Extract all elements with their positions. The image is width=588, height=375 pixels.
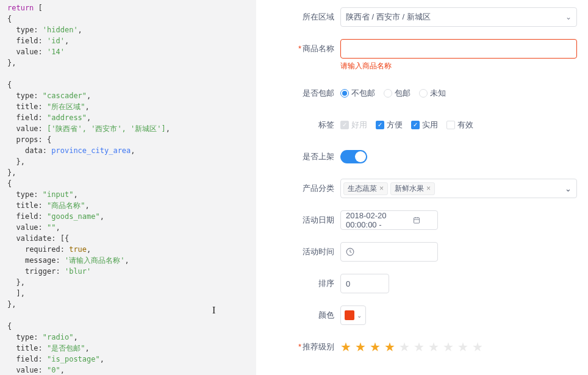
star-icon[interactable]: ★ (340, 337, 351, 357)
star-icon[interactable]: ★ (384, 337, 395, 357)
activity-date-input[interactable]: 2018-02-20 00:00:00 - (340, 210, 438, 230)
checkbox-convenient[interactable]: 方便 (376, 120, 403, 130)
chevron-down-icon: ⌄ (565, 13, 572, 21)
goods-name-input[interactable] (340, 39, 577, 59)
region-cascader[interactable]: 陕西省 / 西安市 / 新城区 ⌄ (340, 7, 577, 27)
label-postage: 是否包邮 (267, 84, 340, 103)
label-activity-time: 活动时间 (267, 242, 340, 262)
clock-icon (346, 248, 354, 256)
onshelf-switch[interactable] (340, 150, 367, 163)
star-icon[interactable]: ★ (414, 337, 425, 357)
text-cursor: I (212, 305, 215, 316)
star-icon[interactable]: ★ (399, 337, 410, 357)
label-category: 产品分类 (267, 179, 340, 198)
chevron-down-icon: ⌄ (565, 184, 572, 193)
rating-stars[interactable]: ★ ★ ★ ★ ★ ★ ★ ★ ★ ★ (340, 337, 577, 357)
label-sort: 排序 (267, 274, 340, 293)
label-region: 所在区域 (267, 7, 340, 27)
star-icon[interactable]: ★ (457, 337, 468, 357)
activity-time-input[interactable] (340, 242, 438, 262)
label-onshelf: 是否上架 (267, 147, 340, 166)
star-icon[interactable]: ★ (428, 337, 439, 357)
checkbox-good: 好用 (340, 120, 367, 130)
star-icon[interactable]: ★ (355, 337, 366, 357)
star-icon[interactable]: ★ (472, 337, 483, 357)
label-tags: 标签 (267, 115, 340, 135)
close-icon[interactable]: × (426, 184, 431, 193)
checkbox-effective[interactable]: 有效 (446, 120, 473, 130)
checkbox-practical[interactable]: 实用 (411, 120, 438, 130)
close-icon[interactable]: × (379, 184, 384, 193)
radio-no-postage[interactable]: 不包邮 (340, 88, 375, 99)
radio-unknown[interactable]: 未知 (419, 88, 446, 99)
label-color: 颜色 (267, 305, 340, 325)
chevron-down-icon: ⌄ (357, 312, 362, 319)
category-select[interactable]: 生态蔬菜× 新鲜水果× ⌄ (340, 179, 577, 198)
calendar-icon (413, 216, 420, 224)
goods-name-error: 请输入商品名称 (340, 61, 577, 71)
star-icon[interactable]: ★ (370, 337, 381, 357)
tag-category-0: 生态蔬菜× (343, 182, 388, 195)
label-rating: *推荐级别 (267, 337, 340, 357)
color-swatch (345, 310, 354, 320)
label-goods-name: *商品名称 (267, 39, 340, 59)
radio-postage[interactable]: 包邮 (384, 88, 411, 99)
svg-rect-0 (414, 218, 420, 223)
color-picker[interactable]: ⌄ (340, 305, 366, 325)
code-editor[interactable]: return [ { type: 'hidden', field: 'id', … (0, 0, 256, 375)
label-activity-date: 活动日期 (267, 210, 340, 230)
star-icon[interactable]: ★ (443, 337, 454, 357)
form-preview: 所在区域 陕西省 / 西安市 / 新城区 ⌄ *商品名称 请输入商品名称 是否包… (256, 0, 588, 375)
sort-input[interactable]: 0 (340, 274, 389, 293)
tag-category-1: 新鲜水果× (390, 182, 435, 195)
